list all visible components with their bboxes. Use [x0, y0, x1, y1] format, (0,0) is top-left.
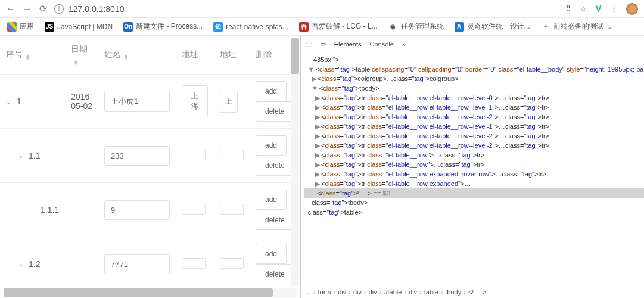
dom-node[interactable]: ▶<class="tag">tr class="el-table__row el… [304, 112, 644, 122]
data-table: 序号▲▼ 日期▲▼ 姓名▲▼ 地址 地址 删除 ⌄12016-05-02王小虎1… [0, 36, 300, 286]
add-button[interactable]: add [256, 190, 287, 210]
bookmark-item[interactable]: 吾吾爱破解 - LCG - L... [299, 21, 378, 32]
address2-button[interactable]: 上 [220, 91, 238, 113]
dom-node[interactable]: <class="tag">!----> == $0 [304, 188, 644, 198]
dom-node[interactable]: ▶<class="tag">tr class="el-table__row el… [304, 141, 644, 150]
devtools-panel: ⬚ ▭ Elements Console » ⚙ ⋮ ✕ 435px;"> ▼<… [300, 36, 644, 298]
dom-node[interactable]: ▶<class="tag">tr class="el-table__row">…… [304, 150, 644, 160]
dom-node[interactable]: ▶<class="tag">tr class="el-table__row el… [304, 93, 644, 103]
bookmark-item[interactable]: ◉任务管理系统 [388, 21, 444, 32]
bookmarks-bar: ::应用 JSJavaScript | MDN On新建文件 - Process… [0, 18, 644, 36]
col-address: 地址 [176, 36, 214, 74]
add-button[interactable]: add [256, 135, 287, 156]
col-index[interactable]: 序号▲▼ [0, 36, 65, 74]
crumb-item[interactable]: form [318, 288, 331, 296]
site-info-icon[interactable]: i [54, 4, 64, 14]
device-icon[interactable]: ▭ [320, 40, 326, 48]
bookmark-star-icon[interactable]: ☆ [580, 4, 587, 13]
browser-menu-icon[interactable]: ⋮ [610, 4, 618, 13]
cell-date: 2016-05-02 [65, 74, 98, 129]
tab-elements[interactable]: Elements [334, 41, 362, 48]
dom-node[interactable]: ▶<class="tag">tr class="el-table__row el… [304, 131, 644, 141]
crumb-item[interactable]: tbody [445, 288, 461, 296]
name-input[interactable]: 王小虎1 [104, 91, 170, 112]
delete-button[interactable]: delete [256, 101, 294, 122]
dom-node[interactable]: ▶<class="tag">tr class="el-table__row">…… [304, 160, 644, 169]
vertical-scrollbar[interactable] [291, 38, 299, 286]
delete-button[interactable]: delete [256, 210, 294, 230]
table-row: 1.1.19add delete [0, 183, 300, 237]
address2-input[interactable] [220, 150, 244, 160]
url-bar[interactable]: i 127.0.0.1:8010 [54, 4, 558, 14]
crumb-item[interactable]: table [424, 288, 438, 296]
crumb-item[interactable]: div [369, 288, 377, 296]
test-icon: ✦ [541, 22, 550, 32]
profile-avatar[interactable] [626, 3, 638, 15]
crumb-item[interactable]: div [409, 288, 417, 296]
tab-console[interactable]: Console [370, 41, 394, 48]
vue-devtools-icon[interactable]: V [595, 4, 602, 14]
elements-tree[interactable]: 435px;"> ▼<class="tag">table cellspacing… [301, 52, 644, 285]
col-date[interactable]: 日期▲▼ [65, 36, 98, 74]
row-index: 1.2 [29, 259, 40, 269]
design-icon: A [455, 22, 464, 32]
apps-shortcut[interactable]: ::应用 [7, 21, 34, 32]
dom-node[interactable]: ▶<class="tag">tr class="el-table__row el… [304, 103, 644, 112]
bookmark-item[interactable]: 知react-native-splas... [213, 22, 288, 32]
tabs-more-icon[interactable]: » [402, 41, 406, 48]
bookmark-item[interactable]: A灵奇软件统一设计... [455, 21, 530, 32]
address-input[interactable] [182, 204, 206, 215]
devtools-breadcrumb[interactable]: ...›form›div›div›div›#table›div›table›tb… [301, 285, 644, 298]
toolbar-icons: ⠿ ☆ V ⋮ [565, 3, 638, 15]
add-button[interactable]: add [256, 244, 287, 264]
expand-icon[interactable]: ⌄ [6, 98, 13, 105]
dom-node[interactable]: 435px;"> [304, 55, 644, 64]
translate-icon[interactable]: ⠿ [565, 4, 571, 13]
inspect-icon[interactable]: ⬚ [306, 40, 312, 48]
sort-icon[interactable]: ▲▼ [123, 54, 129, 60]
dom-node[interactable]: ▶<class="tag">tr class="el-table__row el… [304, 122, 644, 131]
name-input[interactable]: 9 [104, 200, 170, 220]
address-button[interactable]: 上海 [182, 85, 208, 117]
crumb-item[interactable]: <!----> [468, 288, 487, 296]
expand-icon[interactable]: ⌄ [18, 260, 25, 268]
address2-input[interactable] [220, 204, 244, 215]
dom-node[interactable]: ▶<class="tag">colgroup>…class="tag">colg… [304, 74, 644, 83]
row-index: 1 [17, 97, 21, 106]
horizontal-scrollbar[interactable] [4, 288, 297, 297]
expand-icon[interactable]: ⌄ [18, 152, 25, 160]
dom-node[interactable]: class="tag">tbody> [304, 198, 644, 207]
dom-node[interactable]: ▼<class="tag">tbody> [304, 83, 644, 93]
name-input[interactable]: 233 [104, 146, 170, 166]
delete-button[interactable]: delete [256, 156, 294, 176]
address-input[interactable] [182, 258, 206, 269]
dom-node[interactable]: class="tag">table> [304, 207, 644, 217]
dom-node[interactable]: ▶<class="tag">tr class="el-table__row ex… [304, 179, 644, 188]
crumb-item[interactable]: div [338, 288, 346, 296]
url-text: 127.0.0.1:8010 [69, 4, 124, 14]
row-index: 1.1.1 [41, 205, 59, 215]
table-row: ⌄1.1233add delete [0, 129, 300, 183]
row-index: 1.1 [29, 151, 40, 160]
reload-button[interactable]: ⟳ [39, 3, 47, 14]
scrollbar-thumb[interactable] [291, 38, 299, 74]
forward-button[interactable]: → [23, 4, 32, 14]
back-button[interactable]: ← [6, 4, 15, 14]
crumb-item[interactable]: div [353, 288, 362, 296]
add-button[interactable]: add [256, 81, 287, 101]
crumb-item[interactable]: ... [306, 288, 311, 296]
sort-icon[interactable]: ▲▼ [73, 60, 79, 66]
address2-input[interactable] [220, 258, 244, 269]
col-name[interactable]: 姓名▲▼ [98, 36, 176, 74]
scrollbar-thumb[interactable] [4, 288, 273, 297]
bookmark-item[interactable]: On新建文件 - Process... [123, 21, 203, 32]
bookmark-item[interactable]: ✦前端必备的测试 |... [541, 21, 613, 32]
crumb-item[interactable]: #table [384, 288, 402, 296]
name-input[interactable]: 7771 [104, 254, 170, 274]
dom-node[interactable]: ▶<class="tag">tr class="el-table__row ex… [304, 169, 644, 179]
bookmark-item[interactable]: JSJavaScript | MDN [45, 22, 113, 32]
dom-node[interactable]: ▼<class="tag">table cellspacing="0" cell… [304, 64, 644, 74]
sort-icon[interactable]: ▲▼ [25, 54, 30, 60]
delete-button[interactable]: delete [256, 264, 294, 284]
address-input[interactable] [182, 150, 206, 160]
